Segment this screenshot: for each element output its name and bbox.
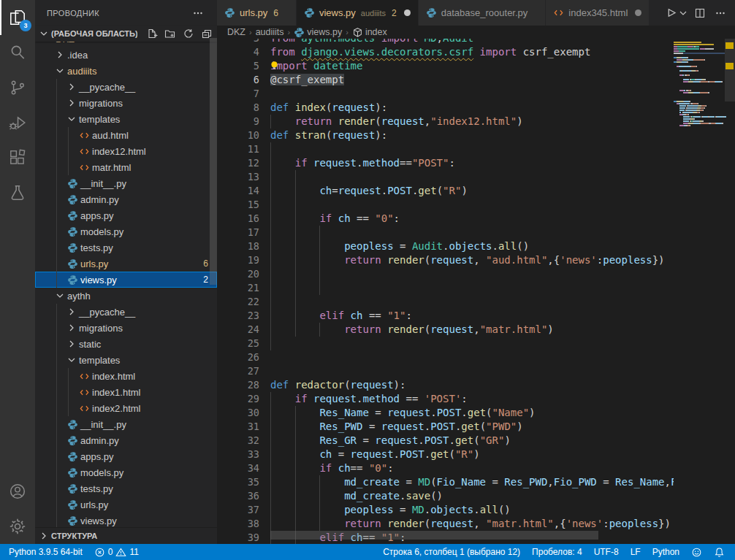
code-line-20[interactable]: 20 <box>217 267 674 281</box>
tab-urls.py[interactable]: urls.py6 <box>217 0 297 26</box>
line-number[interactable]: 30 <box>217 406 259 420</box>
tree-item-apps.py[interactable]: apps.py <box>35 448 217 464</box>
breadcrumb-item-DKZ[interactable]: DKZ <box>227 27 245 37</box>
tree-item-migrations[interactable]: migrations <box>35 95 217 111</box>
tree-item-urls.py[interactable]: urls.py <box>35 496 217 513</box>
code-line-8[interactable]: 8def index(request): <box>217 101 674 115</box>
tree-item-views.py[interactable]: views.py <box>35 513 217 527</box>
code-line-23[interactable]: 23 elif ch == "1": <box>217 309 674 323</box>
line-number[interactable]: 16 <box>217 212 259 226</box>
line-number[interactable]: 24 <box>217 323 259 337</box>
tree-item-tests.py[interactable]: tests.py <box>35 480 217 496</box>
tree-item-models.py[interactable]: models.py <box>35 464 217 480</box>
tree-item-audiiits[interactable]: audiiits <box>35 63 217 79</box>
tree-item-index12.html[interactable]: index12.html <box>35 143 217 159</box>
breadcrumb-item-views.py[interactable]: views.py <box>294 27 342 38</box>
line-number[interactable]: 25 <box>217 337 259 350</box>
activitybar-explorer[interactable]: 3 <box>0 0 35 35</box>
code-line-4[interactable]: 4from django.views.decorators.csrf impor… <box>217 45 674 59</box>
split-editor-button[interactable] <box>691 6 709 20</box>
line-number[interactable]: 13 <box>217 170 259 184</box>
tree-item-migrations[interactable]: migrations <box>35 320 217 336</box>
new-folder-button[interactable] <box>163 26 178 41</box>
line-number[interactable]: 29 <box>217 392 259 406</box>
code-line-27[interactable]: 27 <box>217 364 674 378</box>
code-line-21[interactable]: 21 <box>217 281 674 295</box>
activitybar-source-control[interactable] <box>0 70 35 105</box>
code-line-38[interactable]: 38 return render(request, "matr.html",{'… <box>217 517 674 531</box>
tree-item-static[interactable]: static <box>35 336 217 352</box>
horizontal-scrollbar[interactable] <box>270 531 612 540</box>
code-line-5[interactable]: 5import datetime <box>217 59 674 73</box>
activitybar-settings[interactable] <box>0 509 35 544</box>
code-line-30[interactable]: 30 Res_Name = request.POST.get("Name") <box>217 406 674 420</box>
line-number[interactable]: 38 <box>217 517 259 531</box>
code-line-19[interactable]: 19 return render(request, "aud.html",{'n… <box>217 253 674 267</box>
tree-item-apps.py[interactable]: apps.py <box>35 207 217 223</box>
indentation-status[interactable]: Пробелов: 4 <box>526 544 588 560</box>
explorer-more-actions-button[interactable] <box>191 6 205 20</box>
line-number[interactable]: 32 <box>217 434 259 448</box>
tree-item-admin.py[interactable]: admin.py <box>35 432 217 448</box>
line-number[interactable]: 22 <box>217 295 259 309</box>
tab-index345.html[interactable]: index345.html <box>546 0 650 26</box>
code-line-33[interactable]: 33 ch = request.POST.get("R") <box>217 448 674 461</box>
problems-status[interactable]: 0 11 <box>88 544 145 560</box>
code-line-7[interactable]: 7 <box>217 87 674 101</box>
tree-item-index.html[interactable]: index.html <box>35 368 217 384</box>
line-number[interactable]: 31 <box>217 420 259 434</box>
code-editor[interactable]: 3from aythh.models import MD,Audit4from … <box>217 39 674 544</box>
breadcrumb-item-index[interactable]: index <box>352 27 387 38</box>
tree-item-aythh[interactable]: aythh <box>35 288 217 304</box>
tree-item-__init__.py[interactable]: __init__.py <box>35 175 217 191</box>
overview-ruler[interactable] <box>725 39 735 544</box>
tree-item-templates[interactable]: templates <box>35 352 217 368</box>
line-number[interactable]: 5 <box>217 59 259 73</box>
eol-status[interactable]: LF <box>625 544 647 560</box>
run-dropdown-button[interactable] <box>678 6 688 20</box>
sidebar-scrollbar[interactable] <box>210 38 217 285</box>
line-number[interactable]: 7 <box>217 87 259 101</box>
line-number[interactable]: 12 <box>217 156 259 170</box>
tree-item-matr.html[interactable]: matr.html <box>35 159 217 175</box>
tree-item-aud.html[interactable]: aud.html <box>35 127 217 143</box>
tree-item-templates[interactable]: templates <box>35 111 217 127</box>
activitybar-extensions[interactable] <box>0 140 35 175</box>
line-number[interactable]: 34 <box>217 461 259 475</box>
code-line-24[interactable]: 24 return render(request,"matr.html") <box>217 323 674 337</box>
python-interpreter-status[interactable]: Python 3.9.5 64-bit <box>3 544 88 560</box>
line-number[interactable]: 8 <box>217 101 259 115</box>
tree-item-views.py[interactable]: views.py2 <box>35 272 217 288</box>
code-line-28[interactable]: 28def redactor(request): <box>217 378 674 392</box>
tree-item-models.py[interactable]: models.py <box>35 223 217 239</box>
code-line-13[interactable]: 13 <box>217 170 674 184</box>
code-line-12[interactable]: 12 if request.method=="POST": <box>217 156 674 170</box>
code-line-34[interactable]: 34 if ch== "0": <box>217 461 674 475</box>
line-number[interactable]: 27 <box>217 364 259 378</box>
line-number[interactable]: 15 <box>217 198 259 212</box>
code-line-35[interactable]: 35 md_create = MD(Fio_Name = Res_PWD,Fio… <box>217 475 674 489</box>
code-line-17[interactable]: 17 <box>217 226 674 239</box>
encoding-status[interactable]: UTF-8 <box>588 544 625 560</box>
breadcrumb-item-audiiits[interactable]: audiiits <box>256 27 284 37</box>
line-number[interactable]: 33 <box>217 448 259 461</box>
tab-database_roouter.py[interactable]: database_roouter.py <box>419 0 547 26</box>
tree-item-__pycache__[interactable]: __pycache__ <box>35 79 217 95</box>
dirty-indicator[interactable] <box>635 9 641 16</box>
refresh-button[interactable] <box>181 26 196 41</box>
tree-item-index2.html[interactable]: index2.html <box>35 400 217 416</box>
workspace-section-header[interactable]: (РАБОЧАЯ ОБЛАСТЬ) ... <box>35 26 217 42</box>
language-mode-status[interactable]: Python <box>647 544 685 560</box>
code-line-36[interactable]: 36 md_create.save() <box>217 489 674 503</box>
tree-item-index1.html[interactable]: index1.html <box>35 384 217 400</box>
tree-item-admin.py[interactable]: admin.py <box>35 191 217 207</box>
code-line-15[interactable]: 15 <box>217 198 674 212</box>
code-line-11[interactable]: 11 <box>217 142 674 156</box>
tree-item-urls.py[interactable]: urls.py6 <box>35 256 217 272</box>
line-number[interactable]: 28 <box>217 378 259 392</box>
line-number[interactable]: 10 <box>217 129 259 142</box>
code-line-16[interactable]: 16 if ch == "0": <box>217 212 674 226</box>
code-line-25[interactable]: 25 <box>217 337 674 350</box>
code-line-6[interactable]: 6@csrf_exempt <box>217 73 674 87</box>
new-file-button[interactable] <box>145 26 159 41</box>
